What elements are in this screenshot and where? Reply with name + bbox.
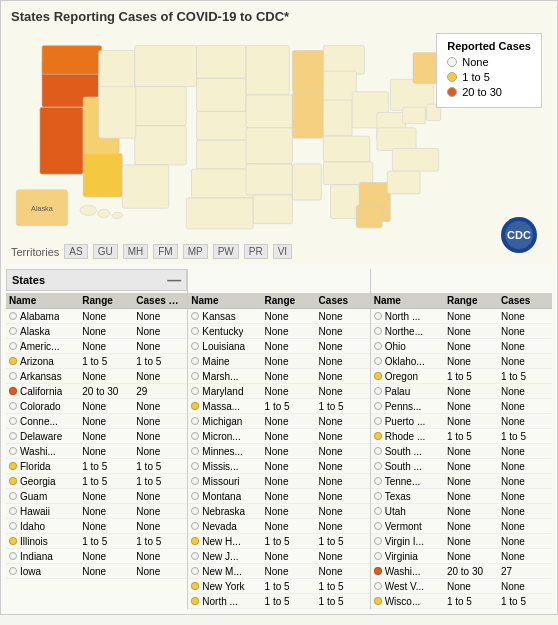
table-row[interactable]: UtahNoneNone bbox=[371, 504, 552, 519]
table-row[interactable]: Washi...NoneNone bbox=[6, 444, 187, 459]
table-row[interactable]: GuamNoneNone bbox=[6, 489, 187, 504]
table-row[interactable]: Florida1 to 51 to 5 bbox=[6, 459, 187, 474]
table-row[interactable]: MichiganNoneNone bbox=[188, 414, 369, 429]
table-row[interactable]: TexasNoneNone bbox=[371, 489, 552, 504]
state-range-cell: None bbox=[79, 324, 133, 338]
table-row[interactable]: Massa...1 to 51 to 5 bbox=[188, 399, 369, 414]
state-cases-cell: None bbox=[316, 414, 370, 428]
state-range-cell: None bbox=[444, 309, 498, 323]
col-cases-header: Cases Re... bbox=[133, 293, 187, 308]
state-name-cell: Missouri bbox=[188, 474, 261, 488]
table-row[interactable]: IowaNoneNone bbox=[6, 564, 187, 579]
table-row[interactable]: Rhode ...1 to 51 to 5 bbox=[371, 429, 552, 444]
table-row[interactable]: Washi...20 to 3027 bbox=[371, 564, 552, 579]
state-name-text: Arkansas bbox=[20, 371, 62, 382]
table-row[interactable]: HawaiiNoneNone bbox=[6, 504, 187, 519]
state-name-cell: Nebraska bbox=[188, 504, 261, 518]
table-row[interactable]: Illinois1 to 51 to 5 bbox=[6, 534, 187, 549]
state-name-text: Oklaho... bbox=[385, 356, 425, 367]
territory-MP[interactable]: MP bbox=[183, 244, 208, 259]
table-row[interactable]: West V...NoneNone bbox=[371, 579, 552, 594]
state-dot bbox=[9, 402, 17, 410]
collapse-button-1[interactable]: — bbox=[167, 273, 181, 287]
table-row[interactable]: Americ...NoneNone bbox=[6, 339, 187, 354]
state-range-cell: None bbox=[79, 549, 133, 563]
state-dot bbox=[9, 327, 17, 335]
table-row[interactable]: VermontNoneNone bbox=[371, 519, 552, 534]
territory-PR[interactable]: PR bbox=[244, 244, 268, 259]
state-range-cell: 1 to 5 bbox=[262, 399, 316, 413]
table-row[interactable]: NebraskaNoneNone bbox=[188, 504, 369, 519]
table-row[interactable]: KentuckyNoneNone bbox=[188, 324, 369, 339]
state-dot bbox=[191, 402, 199, 410]
table-row[interactable]: North ...1 to 51 to 5 bbox=[188, 594, 369, 609]
legend-color-1to5 bbox=[447, 72, 457, 82]
table-row[interactable]: Minnes...NoneNone bbox=[188, 444, 369, 459]
state-range-cell: None bbox=[262, 324, 316, 338]
table-row[interactable]: Northe...NoneNone bbox=[371, 324, 552, 339]
table-row[interactable]: AlabamaNoneNone bbox=[6, 309, 187, 324]
state-name-cell: North ... bbox=[371, 309, 444, 323]
table-row[interactable]: California20 to 3029 bbox=[6, 384, 187, 399]
table-row[interactable]: MissouriNoneNone bbox=[188, 474, 369, 489]
table-row[interactable]: Conne...NoneNone bbox=[6, 414, 187, 429]
table-row[interactable]: Oregon1 to 51 to 5 bbox=[371, 369, 552, 384]
state-name-text: South ... bbox=[385, 446, 422, 457]
table-row[interactable]: MontanaNoneNone bbox=[188, 489, 369, 504]
table-row[interactable]: North ...NoneNone bbox=[371, 309, 552, 324]
state-range-cell: 1 to 5 bbox=[79, 354, 133, 368]
table-row[interactable]: VirginiaNoneNone bbox=[371, 549, 552, 564]
state-name-text: Iowa bbox=[20, 566, 41, 577]
table-row[interactable]: South ...NoneNone bbox=[371, 444, 552, 459]
table-row[interactable]: South ...NoneNone bbox=[371, 459, 552, 474]
table-row[interactable]: Arizona1 to 51 to 5 bbox=[6, 354, 187, 369]
table-row[interactable]: Penns...NoneNone bbox=[371, 399, 552, 414]
territory-AS[interactable]: AS bbox=[64, 244, 87, 259]
table-row[interactable]: New J...NoneNone bbox=[188, 549, 369, 564]
table-row[interactable]: MarylandNoneNone bbox=[188, 384, 369, 399]
state-name-text: Guam bbox=[20, 491, 47, 502]
table-row[interactable]: Oklaho...NoneNone bbox=[371, 354, 552, 369]
state-cases-cell: None bbox=[498, 534, 552, 548]
table-row[interactable]: AlaskaNoneNone bbox=[6, 324, 187, 339]
table-row[interactable]: IdahoNoneNone bbox=[6, 519, 187, 534]
table-row[interactable]: ColoradoNoneNone bbox=[6, 399, 187, 414]
svg-rect-16 bbox=[191, 169, 253, 198]
state-name-text: Michigan bbox=[202, 416, 242, 427]
table-row[interactable]: Micron...NoneNone bbox=[188, 429, 369, 444]
territory-VI[interactable]: VI bbox=[273, 244, 292, 259]
table-row[interactable]: Missis...NoneNone bbox=[188, 459, 369, 474]
table-row[interactable]: Marsh...NoneNone bbox=[188, 369, 369, 384]
table-row[interactable]: Wisco...1 to 51 to 5 bbox=[371, 594, 552, 609]
table-row[interactable]: IndianaNoneNone bbox=[6, 549, 187, 564]
state-name-cell: Guam bbox=[6, 489, 79, 503]
table-row[interactable]: Virgin I...NoneNone bbox=[371, 534, 552, 549]
state-range-cell: None bbox=[262, 309, 316, 323]
state-name-cell: Maine bbox=[188, 354, 261, 368]
state-name-text: Palau bbox=[385, 386, 411, 397]
states1-table: AlabamaNoneNoneAlaskaNoneNoneAmeric...No… bbox=[6, 309, 187, 579]
table-row[interactable]: NevadaNoneNone bbox=[188, 519, 369, 534]
table-row[interactable]: Tenne...NoneNone bbox=[371, 474, 552, 489]
territory-GU[interactable]: GU bbox=[93, 244, 118, 259]
table-row[interactable]: ArkansasNoneNone bbox=[6, 369, 187, 384]
state-range-cell: None bbox=[444, 399, 498, 413]
table-row[interactable]: Georgia1 to 51 to 5 bbox=[6, 474, 187, 489]
state-name-cell: Indiana bbox=[6, 549, 79, 563]
table-row[interactable]: LouisianaNoneNone bbox=[188, 339, 369, 354]
table-row[interactable]: Puerto ...NoneNone bbox=[371, 414, 552, 429]
table-row[interactable]: DelawareNoneNone bbox=[6, 429, 187, 444]
state-name-text: Rhode ... bbox=[385, 431, 426, 442]
table-row[interactable]: PalauNoneNone bbox=[371, 384, 552, 399]
territories-row: Territories AS GU MH FM MP PW PR VI bbox=[11, 244, 292, 259]
territory-FM[interactable]: FM bbox=[153, 244, 177, 259]
territory-MH[interactable]: MH bbox=[123, 244, 149, 259]
table-row[interactable]: OhioNoneNone bbox=[371, 339, 552, 354]
table-row[interactable]: New H...1 to 51 to 5 bbox=[188, 534, 369, 549]
table-row[interactable]: New M...NoneNone bbox=[188, 564, 369, 579]
table-row[interactable]: KansasNoneNone bbox=[188, 309, 369, 324]
territory-PW[interactable]: PW bbox=[213, 244, 239, 259]
table-row[interactable]: New York1 to 51 to 5 bbox=[188, 579, 369, 594]
table-row[interactable]: MaineNoneNone bbox=[188, 354, 369, 369]
state-cases-cell: None bbox=[498, 504, 552, 518]
